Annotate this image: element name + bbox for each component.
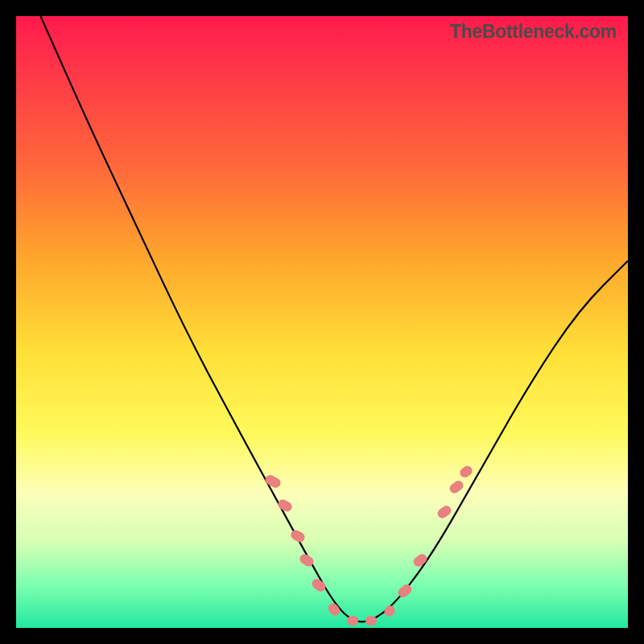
plot-area: TheBottleneck.com: [16, 16, 628, 628]
chart-frame: TheBottleneck.com: [0, 0, 644, 644]
data-marker: [347, 616, 358, 625]
data-marker: [365, 616, 377, 625]
bottleneck-curve: [40, 16, 628, 621]
curve-svg: [16, 16, 628, 628]
